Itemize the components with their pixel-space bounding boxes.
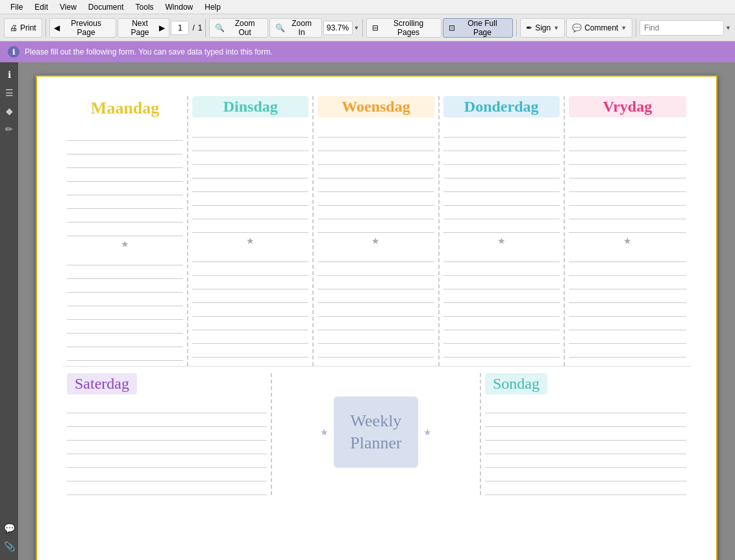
line (318, 276, 434, 289)
line (67, 306, 183, 320)
info-icon: ℹ (8, 46, 19, 58)
line (443, 289, 560, 303)
line (443, 330, 560, 344)
menu-document[interactable]: Document (83, 1, 129, 13)
zoom-dropdown-arrow: ▼ (354, 25, 360, 31)
line (67, 427, 267, 441)
sidebar-icon-attach[interactable]: 📎 (2, 539, 16, 554)
line (67, 223, 183, 236)
donderdag-star: ★ (443, 233, 560, 249)
donderdag-column: Donderdag ★ (440, 96, 565, 366)
line (443, 151, 560, 165)
zoom-in-button[interactable]: 🔍 Zoom In (269, 18, 322, 38)
woensdag-lines-bottom (318, 249, 434, 358)
sidebar-icon-layers[interactable]: ◆ (2, 104, 16, 118)
comment-button[interactable]: 💬 Comment ▼ (566, 18, 632, 38)
line (569, 344, 686, 358)
line (67, 468, 267, 481)
zoom-in-label: Zoom In (288, 19, 316, 37)
sidebar-icon-pages[interactable]: ☰ (2, 86, 16, 100)
prev-page-button[interactable]: ◀ Previous Page (49, 18, 116, 38)
dinsdag-star: ★ (192, 233, 308, 249)
menu-window[interactable]: Window (160, 1, 199, 13)
line (443, 219, 560, 233)
next-page-button[interactable]: Next Page ▶ (118, 18, 170, 38)
zoom-value-input[interactable] (323, 21, 353, 35)
line (67, 182, 183, 195)
line (318, 249, 434, 262)
separator-1 (45, 19, 46, 37)
line (67, 454, 267, 468)
line (318, 219, 434, 233)
line (192, 289, 308, 303)
line (67, 209, 183, 223)
sign-dropdown-icon: ▼ (553, 25, 559, 31)
scrolling-pages-icon: ⊟ (372, 23, 379, 32)
sidebar-icon-comment[interactable]: 💬 (2, 521, 16, 535)
vrydag-lines-bottom (569, 249, 686, 358)
line (192, 138, 308, 151)
menu-edit[interactable]: Edit (29, 1, 53, 13)
line (192, 192, 308, 206)
zoom-out-button[interactable]: 🔍 Zoom Out (209, 18, 268, 38)
line (67, 347, 183, 361)
sidebar-icon-edit[interactable]: ✏ (2, 122, 16, 136)
saterdag-header: Saterdag (67, 373, 137, 395)
menu-file[interactable]: File (5, 1, 28, 13)
line (443, 276, 560, 289)
line (318, 303, 434, 317)
line (192, 262, 308, 276)
line (318, 289, 434, 303)
sondag-column: Sondag (481, 373, 690, 495)
planner-star-right: ★ (423, 427, 432, 437)
vrydag-lines-top (569, 124, 686, 233)
line (192, 303, 308, 317)
separator-4 (516, 19, 517, 37)
vrydag-column: Vrydag ★ (565, 96, 690, 366)
zoom-in-icon: 🔍 (275, 23, 285, 32)
pdf-page: Maandag ★ (36, 75, 717, 560)
line (443, 262, 560, 276)
line (569, 124, 686, 138)
line (443, 138, 560, 151)
bottom-section: Saterdag ★ Weekly (63, 373, 690, 495)
menu-view[interactable]: View (55, 1, 82, 13)
line (318, 330, 434, 344)
saterdag-column: Saterdag (63, 373, 272, 495)
line (67, 413, 267, 427)
one-full-page-label: One Full Page (458, 19, 508, 37)
scrolling-pages-button[interactable]: ⊟ Scrolling Pages (366, 18, 441, 38)
line (67, 127, 183, 141)
find-input[interactable] (640, 20, 724, 36)
line (443, 317, 560, 330)
line (318, 165, 434, 178)
sign-button[interactable]: ✒ Sign ▼ (520, 18, 565, 38)
one-full-page-icon: ⊡ (449, 23, 455, 32)
sidebar-icon-info[interactable]: ℹ (2, 67, 16, 82)
line (569, 249, 686, 262)
line (485, 454, 686, 468)
print-button[interactable]: 🖨 Print (4, 18, 42, 38)
line (569, 303, 686, 317)
woensdag-header: Woensdag (318, 96, 434, 117)
woensdag-star: ★ (318, 233, 434, 249)
menu-help[interactable]: Help (199, 1, 226, 13)
line (67, 168, 183, 182)
menu-tools[interactable]: Tools (131, 1, 159, 13)
woensdag-lines-top (318, 124, 434, 233)
donderdag-header: Donderdag (443, 96, 560, 117)
sign-icon: ✒ (526, 23, 532, 32)
line (67, 154, 183, 168)
info-message: Please fill out the following form. You … (25, 47, 273, 56)
page-number-input[interactable] (171, 21, 189, 35)
main-content[interactable]: Maandag ★ (18, 62, 735, 560)
line (67, 293, 183, 306)
dinsdag-lines-top (192, 124, 308, 233)
line (569, 138, 686, 151)
one-full-page-button[interactable]: ⊡ One Full Page (443, 18, 514, 38)
sondag-header: Sondag (485, 373, 547, 395)
maandag-lines-top (67, 127, 183, 236)
line (192, 124, 308, 138)
sign-label: Sign (535, 23, 551, 32)
sidebar: ℹ ☰ ◆ ✏ 💬 📎 (0, 62, 18, 560)
